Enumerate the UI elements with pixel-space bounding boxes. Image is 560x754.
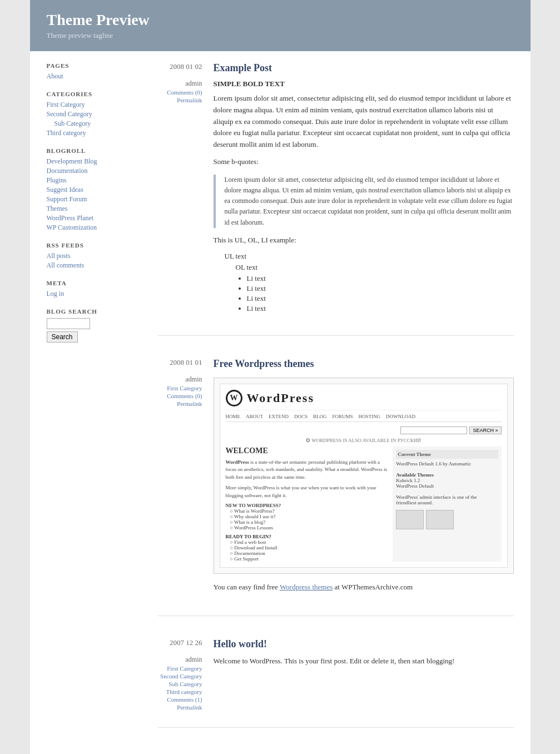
site-header: Theme Preview Theme preview tagline bbox=[30, 0, 531, 51]
category-first-link[interactable]: First Category bbox=[47, 101, 85, 108]
blogroll-devblog-link[interactable]: Development Blog bbox=[47, 157, 97, 165]
post-subtitle-1: SIMPLE BOLD TEXT bbox=[214, 80, 514, 88]
ul-ol-section-1: UL text OL text Li text Li text Li text … bbox=[214, 252, 514, 313]
li-list-1: Li text Li text Li text Li text bbox=[247, 274, 514, 313]
post-category-link-3d[interactable]: Third category bbox=[158, 688, 202, 695]
rssfeeds-section: RSS FEEDS All posts All comments bbox=[47, 242, 147, 270]
category-third-link[interactable]: Third category bbox=[47, 129, 86, 137]
post-content-3: Welcome to WordPress. This is your first… bbox=[214, 656, 514, 667]
wp-screenshot: W WordPress HOME ABOUT EXTEND DOCS BLOG … bbox=[214, 378, 514, 574]
post-title-link-2[interactable]: Free Wordpress themes bbox=[214, 358, 314, 369]
post-comments-link-3[interactable]: Comments (1) bbox=[158, 696, 202, 703]
search-form: Search bbox=[47, 318, 147, 343]
pages-section: PAGES About bbox=[47, 62, 147, 81]
post-paragraph-1: Lorem ipsum dolor sit amet, consectetur … bbox=[214, 93, 514, 151]
post-category-link-3a[interactable]: First Category bbox=[158, 665, 202, 672]
wp-welcome-text-2: More simply, WordPress is what you use w… bbox=[226, 484, 389, 499]
blogroll-docs-link[interactable]: Documentation bbox=[47, 167, 88, 175]
wp-ready-to-begin: READY TO BEGIN? bbox=[226, 534, 389, 539]
list-item: About bbox=[47, 72, 147, 81]
post-title-2: Free Wordpress themes bbox=[214, 358, 514, 370]
post-title-link-1[interactable]: Example Post bbox=[214, 62, 272, 73]
list-item: Suggest Ideas bbox=[47, 186, 147, 194]
post-category-link-2[interactable]: First Category bbox=[158, 385, 202, 391]
wp-logo-circle: W bbox=[226, 390, 242, 406]
post-date-3: 2007 12 26 bbox=[158, 638, 202, 647]
blogroll-wpplanet-link[interactable]: WordPress Planet bbox=[47, 214, 94, 222]
list-item: Development Blog bbox=[47, 157, 147, 166]
site-title: Theme Preview bbox=[47, 11, 514, 29]
list-item: Plugins bbox=[47, 176, 147, 185]
post-comments-link-1[interactable]: Comments (0) bbox=[158, 89, 202, 96]
wp-theme-img-2 bbox=[426, 510, 454, 529]
list-item: Li text bbox=[247, 294, 514, 303]
wp-theme-images bbox=[396, 510, 498, 529]
post-content-2: W WordPress HOME ABOUT EXTEND DOCS BLOG … bbox=[214, 378, 514, 593]
list-item: WordPress Lessons bbox=[230, 525, 389, 530]
blogroll-wpcustom-link[interactable]: WP Customization bbox=[47, 224, 97, 231]
wp-nav-hosting: HOSTING bbox=[359, 414, 381, 419]
post-category-link-3c[interactable]: Sub Category bbox=[158, 681, 202, 687]
list-item: What is WordPress? bbox=[230, 508, 389, 514]
wp-search-bar: SEARCH » bbox=[226, 426, 502, 434]
post-comments-link-2[interactable]: Comments (0) bbox=[158, 393, 202, 399]
wp-nav-about: ABOUT bbox=[246, 414, 263, 419]
post-body-1: Example Post bbox=[214, 62, 514, 74]
search-input[interactable] bbox=[47, 318, 90, 329]
main-content: 2008 01 02 Example Post admin Comments (… bbox=[147, 62, 514, 750]
wp-nav-download: DOWNLOAD bbox=[386, 414, 415, 419]
list-item: Support Forum bbox=[47, 195, 147, 204]
post-title-1: Example Post bbox=[214, 62, 514, 74]
list-item: Get Support bbox=[230, 556, 389, 562]
wp-nav-extend: EXTEND bbox=[269, 414, 289, 419]
post-title-area-3: Hello world! bbox=[214, 638, 514, 650]
post-author-2: admin bbox=[158, 375, 202, 384]
blockquote-1: Lorem ipsum dolor sit amet, consectetur … bbox=[214, 175, 514, 228]
rss-allcomments-link[interactable]: All comments bbox=[47, 261, 85, 269]
wp-nav-bar: HOME ABOUT EXTEND DOCS BLOG FORUMS HOSTI… bbox=[226, 414, 502, 422]
wp-left-panel: WELCOME WordPress is a state-of-the-art … bbox=[226, 447, 389, 562]
post-meta-1: 2008 01 02 bbox=[158, 62, 214, 76]
wp-theme-item-2: Kubrick 1.2 bbox=[396, 478, 498, 483]
list-item: Third category bbox=[47, 129, 147, 137]
list-item: What is a blog? bbox=[230, 519, 389, 525]
blogroll-support-link[interactable]: Support Forum bbox=[47, 195, 87, 203]
post-author-3: admin bbox=[158, 656, 202, 664]
blogroll-plugins-link[interactable]: Plugins bbox=[47, 176, 67, 184]
blogroll-themes-link[interactable]: Themes bbox=[47, 205, 68, 212]
post-author-1: admin bbox=[158, 80, 202, 88]
blogsearch-label: BLOG SEARCH bbox=[47, 308, 147, 315]
post-meta-author-2: admin First Category Comments (0) Permal… bbox=[158, 375, 214, 407]
post-permalink-2[interactable]: Permalink bbox=[158, 400, 202, 407]
wp-themes-link[interactable]: Wordpress themes bbox=[280, 583, 333, 591]
wp-search-btn[interactable]: SEARCH » bbox=[469, 426, 501, 434]
post-wp-themes: 2008 01 01 Free Wordpress themes admin F… bbox=[158, 358, 514, 616]
rssfeeds-label: RSS FEEDS bbox=[47, 242, 147, 249]
list-item: Documentation bbox=[47, 167, 147, 175]
meta-label: META bbox=[47, 280, 147, 286]
list-item: Li text bbox=[247, 274, 514, 283]
list-item: Li text bbox=[247, 284, 514, 293]
post-permalink-3[interactable]: Permalink bbox=[158, 704, 202, 711]
wp-search-input[interactable] bbox=[400, 426, 467, 434]
post-meta-3: 2007 12 26 bbox=[158, 638, 214, 652]
page-about-link[interactable]: About bbox=[47, 72, 63, 80]
meta-login-link[interactable]: Log in bbox=[47, 290, 65, 297]
post-permalink-1[interactable]: Permalink bbox=[158, 97, 202, 103]
wp-theme-list: WordPress Default 1.6 by Automattic Avai… bbox=[396, 461, 498, 505]
wp-theme-note: WordPress' admin interface is one of the… bbox=[396, 494, 498, 505]
blockquote-text-1: Lorem ipsum dolor sit amet, consectetur … bbox=[225, 176, 513, 226]
category-sub-link[interactable]: Sub Category bbox=[54, 120, 91, 127]
search-button[interactable]: Search bbox=[47, 331, 78, 343]
wp-right-panel: Current Theme WordPress Default 1.6 by A… bbox=[393, 447, 501, 562]
wp-nav-docs: DOCS bbox=[294, 414, 308, 419]
list-item: Li text bbox=[247, 304, 514, 313]
post-category-link-3b[interactable]: Second Category bbox=[158, 673, 202, 679]
rss-allposts-link[interactable]: All posts bbox=[47, 252, 71, 260]
list-item: Find a web host bbox=[230, 539, 389, 545]
category-second-link[interactable]: Second Category bbox=[47, 110, 92, 118]
post-title-link-3[interactable]: Hello world! bbox=[214, 638, 267, 649]
blogroll-list: Development Blog Documentation Plugins S… bbox=[47, 157, 147, 232]
wp-content-area: WELCOME WordPress is a state-of-the-art … bbox=[226, 447, 502, 562]
blogroll-suggest-link[interactable]: Suggest Ideas bbox=[47, 186, 83, 194]
